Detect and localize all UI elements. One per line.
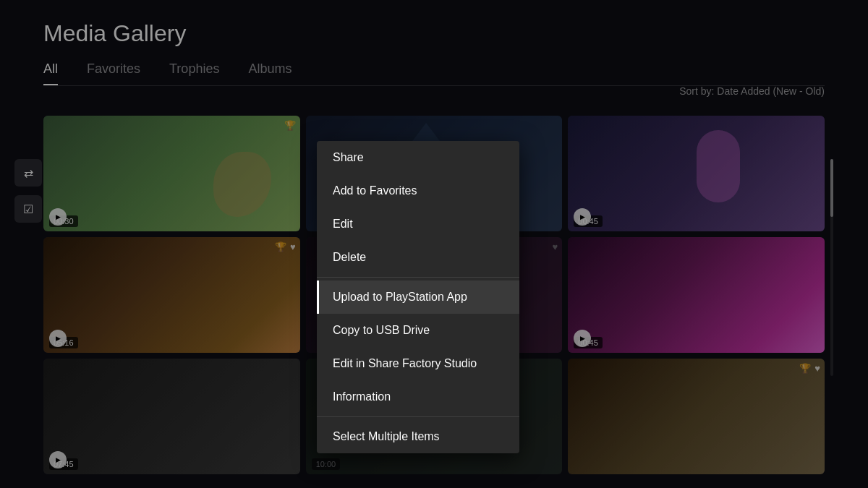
menu-item-copy-usb[interactable]: Copy to USB Drive bbox=[317, 314, 519, 347]
menu-item-select-multiple[interactable]: Select Multiple Items bbox=[317, 420, 519, 453]
context-menu: Share Add to Favorites Edit Delete Uploa… bbox=[317, 141, 519, 453]
menu-item-add-favorites[interactable]: Add to Favorites bbox=[317, 174, 519, 207]
menu-divider-1 bbox=[317, 277, 519, 278]
menu-item-edit[interactable]: Edit bbox=[317, 207, 519, 241]
menu-item-share-factory[interactable]: Edit in Share Factory Studio bbox=[317, 347, 519, 380]
menu-item-delete[interactable]: Delete bbox=[317, 241, 519, 274]
menu-divider-2 bbox=[317, 416, 519, 417]
menu-item-upload-ps-app[interactable]: Upload to PlayStation App bbox=[317, 281, 519, 314]
menu-item-information[interactable]: Information bbox=[317, 380, 519, 414]
menu-item-share[interactable]: Share bbox=[317, 141, 519, 174]
